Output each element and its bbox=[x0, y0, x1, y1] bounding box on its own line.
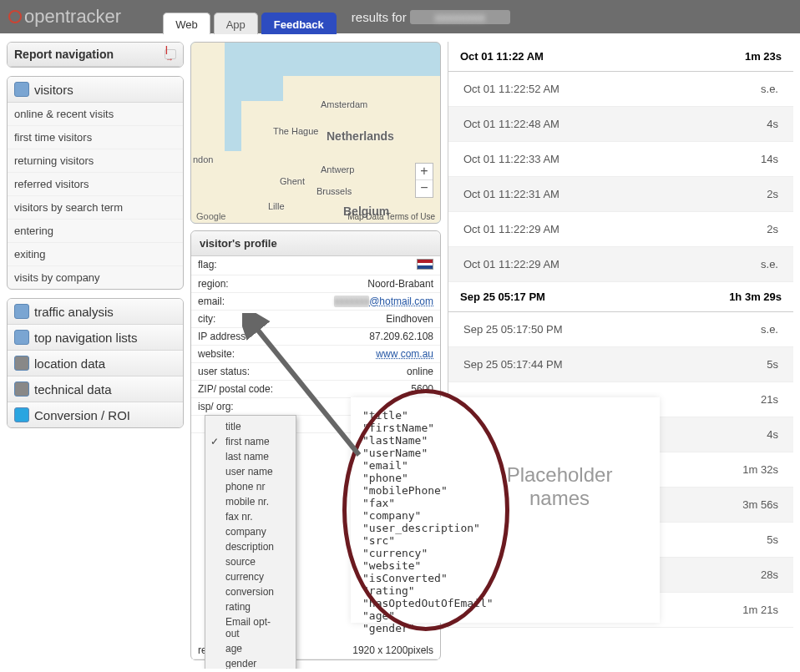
header-tabs: WebAppFeedback bbox=[163, 0, 337, 33]
map-city-label: ndon bbox=[193, 154, 213, 164]
visitors-section-head[interactable]: visitors bbox=[8, 77, 183, 103]
popup-item-title[interactable]: title bbox=[205, 419, 296, 434]
map-city-label: Lille bbox=[268, 201, 285, 211]
brand-text: opentracker bbox=[24, 6, 121, 28]
tab-web[interactable]: Web bbox=[163, 13, 210, 34]
placeholder-name: "age" bbox=[362, 609, 648, 622]
visit-row[interactable]: Sep 25 05:17:44 PM5s bbox=[448, 347, 793, 382]
sidebar-section-traffic-analysis[interactable]: traffic analysis bbox=[8, 299, 183, 325]
map-attribution: Google bbox=[196, 211, 225, 221]
popup-item-mobile-nr-[interactable]: mobile nr. bbox=[205, 494, 296, 509]
tab-app[interactable]: App bbox=[214, 13, 258, 34]
popup-item-conversion[interactable]: conversion bbox=[205, 584, 296, 599]
tab-feedback[interactable]: Feedback bbox=[261, 13, 337, 34]
results-site-blurred: xxxxxxxx bbox=[410, 10, 510, 24]
profile-row: city:Eindhoven bbox=[191, 311, 440, 328]
popup-item-currency[interactable]: currency bbox=[205, 569, 296, 584]
section-icon bbox=[14, 356, 29, 371]
sidebar-item-visits-by-company[interactable]: visits by company bbox=[8, 266, 183, 289]
placeholder-name: "mobilePhone" bbox=[362, 484, 648, 497]
popup-item-email-opt-out[interactable]: Email opt-out bbox=[205, 614, 296, 641]
popup-item-phone-nr[interactable]: phone nr bbox=[205, 479, 296, 494]
sidebar-item-visitors-by-search-term[interactable]: visitors by search term bbox=[8, 196, 183, 220]
placeholder-name: "userName" bbox=[362, 447, 648, 459]
profile-row: IP address:87.209.62.108 bbox=[191, 328, 440, 346]
section-icon bbox=[14, 381, 29, 397]
placeholder-name: "email" bbox=[362, 459, 648, 472]
sidebar-item-exiting[interactable]: exiting bbox=[8, 243, 183, 266]
placeholder-name: "title" bbox=[362, 409, 648, 422]
flag-nl-icon bbox=[417, 259, 433, 270]
placeholder-name: "website" bbox=[362, 559, 648, 572]
zoom-in-button[interactable]: + bbox=[416, 164, 433, 180]
placeholder-name: "src" bbox=[362, 534, 648, 547]
popup-item-description[interactable]: description bbox=[205, 539, 296, 554]
visit-row[interactable]: Sep 25 05:17:50 PMs.e. bbox=[448, 312, 793, 347]
placeholder-name: "fax" bbox=[362, 497, 648, 509]
profile-row: website:www com.au bbox=[191, 346, 440, 363]
profile-header: visitor's profile bbox=[191, 231, 440, 256]
visit-row[interactable]: Oct 01 11:22:52 AMs.e. bbox=[448, 72, 793, 107]
placeholder-name: "isConverted" bbox=[362, 572, 648, 584]
sidebar-section-technical-data[interactable]: technical data bbox=[8, 376, 183, 402]
visit-row[interactable]: Oct 01 11:22:29 AMs.e. bbox=[448, 247, 793, 282]
map-city-label: Antwerp bbox=[321, 164, 354, 174]
brand-logo: opentracker bbox=[8, 6, 121, 28]
placeholder-name: "currency" bbox=[362, 547, 648, 559]
sidebar-item-entering[interactable]: entering bbox=[8, 220, 183, 243]
profile-row: ZIP/ postal code:5600 bbox=[191, 381, 440, 398]
visit-row[interactable]: Oct 01 11:22:48 AM4s bbox=[448, 107, 793, 142]
visit-row[interactable]: Oct 01 11:22:33 AM14s bbox=[448, 142, 793, 177]
placeholder-name: "hasOptedOutOfEmail" bbox=[362, 597, 648, 609]
top-bar: opentracker WebAppFeedback results for x… bbox=[0, 0, 800, 33]
popup-item-gender[interactable]: gender bbox=[205, 656, 296, 669]
section-icon bbox=[14, 330, 29, 345]
logo-o-icon bbox=[8, 10, 22, 23]
zoom-out-button[interactable]: − bbox=[416, 180, 433, 197]
section-icon bbox=[14, 407, 29, 422]
sidebar-section-location-data[interactable]: location data bbox=[8, 351, 183, 376]
report-nav-header: Report navigation |→ bbox=[8, 43, 183, 67]
popup-item-last-name[interactable]: last name bbox=[205, 449, 296, 464]
map-city-label: Amsterdam bbox=[321, 99, 367, 109]
map[interactable]: AmsterdamThe HagueAntwerpBrusselsLilleGh… bbox=[190, 42, 441, 224]
session-header[interactable]: Sep 25 05:17 PM1h 3m 29s bbox=[448, 282, 793, 312]
profile-row: email:xxxxxxx@hotmail.com bbox=[191, 293, 440, 311]
collapse-icon[interactable]: |→ bbox=[165, 49, 176, 59]
visitors-icon bbox=[14, 82, 29, 97]
profile-row: flag: bbox=[191, 256, 440, 275]
map-terms[interactable]: Map Data Terms of Use bbox=[347, 212, 435, 221]
map-country-label: Netherlands bbox=[327, 129, 394, 143]
sidebar: Report navigation |→ visitors online & r… bbox=[7, 42, 184, 437]
popup-item-fax-nr-[interactable]: fax nr. bbox=[205, 509, 296, 524]
placeholder-code-box: "title""firstName""lastName""userName""e… bbox=[351, 397, 660, 623]
profile-row: region:Noord-Brabant bbox=[191, 275, 440, 293]
sidebar-section-top-navigation-lists[interactable]: top navigation lists bbox=[8, 325, 183, 351]
sidebar-item-online-recent-visits[interactable]: online & recent visits bbox=[8, 103, 183, 126]
map-city-label: Brussels bbox=[316, 186, 352, 196]
field-select-popup: titlefirst namelast nameuser namephone n… bbox=[205, 415, 296, 669]
map-city-label: Ghent bbox=[280, 176, 305, 186]
visit-row[interactable]: Oct 01 11:22:31 AM2s bbox=[448, 177, 793, 212]
popup-item-source[interactable]: source bbox=[205, 554, 296, 569]
sidebar-item-returning-visitors[interactable]: returning visitors bbox=[8, 149, 183, 173]
popup-item-first-name[interactable]: first name bbox=[205, 434, 296, 449]
placeholder-name: "phone" bbox=[362, 472, 648, 484]
sidebar-item-referred-visitors[interactable]: referred visitors bbox=[8, 173, 183, 196]
placeholder-name: "lastName" bbox=[362, 434, 648, 447]
popup-item-rating[interactable]: rating bbox=[205, 599, 296, 614]
placeholder-name: "rating" bbox=[362, 584, 648, 597]
session-header[interactable]: Oct 01 11:22 AM1m 23s bbox=[448, 42, 793, 72]
placeholder-name: "firstName" bbox=[362, 422, 648, 434]
popup-item-company[interactable]: company bbox=[205, 524, 296, 539]
sidebar-item-first-time-visitors[interactable]: first time visitors bbox=[8, 126, 183, 149]
visit-row[interactable]: Oct 01 11:22:29 AM2s bbox=[448, 212, 793, 247]
map-city-label: The Hague bbox=[273, 126, 318, 136]
popup-item-age[interactable]: age bbox=[205, 641, 296, 656]
placeholder-name: "user_description" bbox=[362, 522, 648, 534]
results-for-label: results for xxxxxxxx bbox=[352, 10, 510, 24]
sidebar-section-conversion-roi[interactable]: Conversion / ROI bbox=[8, 402, 183, 427]
popup-item-user-name[interactable]: user name bbox=[205, 464, 296, 479]
map-zoom-control: + − bbox=[415, 163, 433, 198]
section-icon bbox=[14, 304, 29, 319]
